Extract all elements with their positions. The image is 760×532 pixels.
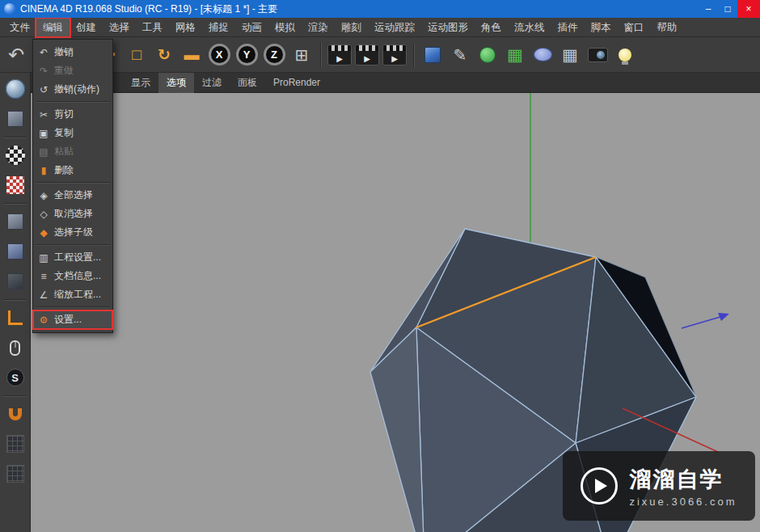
undo-icon[interactable]: ↶ xyxy=(3,40,29,70)
menu-item-delete[interactable]: ▮ 删除 xyxy=(33,161,112,179)
menubar-item[interactable]: 脚本 xyxy=(585,19,618,36)
grid-array-icon-2[interactable] xyxy=(3,462,27,486)
render-settings-icon: ▶ xyxy=(382,44,407,65)
model-cube-icon[interactable] xyxy=(3,107,27,131)
render-region-icon: ▶ xyxy=(355,44,379,65)
z-axis-lock-button[interactable]: Z xyxy=(261,40,287,70)
vp-menu-prorender[interactable]: ProRender xyxy=(265,73,328,93)
redo-icon: ↷ xyxy=(38,65,49,77)
add-cube-button[interactable] xyxy=(420,40,445,70)
menu-item-select-children[interactable]: ◆ 选择子级 xyxy=(33,223,112,242)
sidebar-separator xyxy=(4,203,27,204)
menu-item-settings[interactable]: ⚙ 设置... xyxy=(33,310,112,329)
coordinate-system-icon[interactable]: ⊞ xyxy=(289,40,315,70)
menubar-item[interactable]: 工具 xyxy=(136,19,169,36)
camera-icon xyxy=(588,48,608,62)
x-axis-lock-button[interactable]: X xyxy=(206,40,232,70)
polyhedron-face[interactable] xyxy=(370,327,424,532)
menu-item-copy[interactable]: ▣ 复制 xyxy=(33,124,112,142)
menubar-item[interactable]: 插件 xyxy=(551,19,585,36)
menubar-item[interactable]: 文件 xyxy=(3,19,36,36)
menu-separator xyxy=(36,306,110,308)
y-axis-lock-button[interactable]: Y xyxy=(234,40,260,70)
vp-menu-filter[interactable]: 过滤 xyxy=(194,73,230,93)
axis-arrowhead-blue xyxy=(718,313,729,321)
pen-tool-button[interactable]: ✎ xyxy=(447,40,473,70)
add-camera-button[interactable] xyxy=(585,40,610,70)
light-bulb-icon xyxy=(619,49,631,61)
window-controls: – □ × xyxy=(699,0,760,18)
vp-menu-panel[interactable]: 面板 xyxy=(230,73,265,93)
magnet-icon xyxy=(9,408,22,420)
app-icon xyxy=(4,3,15,15)
menubar-item[interactable]: 网格 xyxy=(169,19,202,36)
menu-item-undo-action[interactable]: ↺ 撤销(动作) xyxy=(33,80,112,99)
menu-item-project-settings[interactable]: ▥ 工程设置... xyxy=(33,248,112,267)
render-view-button[interactable]: ▶ xyxy=(327,40,353,70)
maximize-button[interactable]: □ xyxy=(718,0,737,18)
menubar-item[interactable]: 运动跟踪 xyxy=(368,19,421,36)
menu-item-undo[interactable]: ↶ 撤销 xyxy=(33,43,112,61)
menu-item-select-all[interactable]: ◈ 全部选择 xyxy=(33,186,112,205)
cube-dark-icon[interactable] xyxy=(3,269,27,293)
axis-tool-icon[interactable] xyxy=(3,306,27,330)
grid-array-icon[interactable] xyxy=(3,432,27,456)
menubar-item[interactable]: 选择 xyxy=(103,19,136,36)
sidebar-separator xyxy=(4,299,27,300)
paste-icon: ▤ xyxy=(38,146,49,158)
menu-item-deselect-all[interactable]: ◇ 取消选择 xyxy=(33,205,112,223)
copy-icon: ▣ xyxy=(38,128,49,139)
cube-blue-icon[interactable] xyxy=(3,239,27,264)
minimize-button[interactable]: – xyxy=(699,0,718,18)
brush-tool-icon[interactable]: ▬ xyxy=(179,40,205,70)
add-light-button[interactable] xyxy=(612,40,638,70)
rotate-tool-icon[interactable]: ↻ xyxy=(151,40,177,70)
close-button[interactable]: × xyxy=(737,0,760,18)
menu-separator xyxy=(36,101,110,103)
texture-globe-icon[interactable] xyxy=(3,77,27,101)
grid-icon xyxy=(6,435,24,453)
menubar-item[interactable]: 帮助 xyxy=(651,19,684,36)
render-settings-button[interactable]: ▶ xyxy=(382,40,407,70)
snap-badge-icon[interactable]: S xyxy=(3,365,27,390)
menubar-item[interactable]: 渲染 xyxy=(302,19,335,36)
magnet-snap-icon[interactable] xyxy=(3,402,27,426)
play-triangle-icon xyxy=(595,479,607,493)
delete-icon: ▮ xyxy=(38,165,49,176)
menu-item-paste: ▤ 粘贴 xyxy=(33,142,112,161)
document-info-icon: ≡ xyxy=(38,271,49,282)
uv-checker-plane-icon[interactable] xyxy=(3,173,27,197)
edit-menu-dropdown: ↶ 撤销 ↷ 重做 ↺ 撤销(动作) ✂ 剪切 ▣ 复制 ▤ 粘贴 ▮ 删除 ◈… xyxy=(32,39,113,333)
mouse-input-icon[interactable] xyxy=(3,336,27,360)
menubar-item[interactable]: 运动图形 xyxy=(421,19,475,36)
deformer-blob-icon xyxy=(534,48,552,61)
add-mograph-button[interactable]: ▦ xyxy=(502,40,528,70)
undo-icon: ↶ xyxy=(38,47,49,58)
cube-gray-icon[interactable] xyxy=(3,209,27,234)
menubar-item[interactable]: 流水线 xyxy=(508,19,551,36)
menubar-item[interactable]: 动画 xyxy=(235,19,268,36)
material-checker-sphere-icon[interactable] xyxy=(3,143,27,167)
cut-icon: ✂ xyxy=(38,109,49,120)
menu-item-document-info[interactable]: ≡ 文档信息... xyxy=(33,267,112,285)
menubar-item[interactable]: 雕刻 xyxy=(335,19,368,36)
menu-separator xyxy=(36,182,110,184)
grid-icon xyxy=(6,465,24,483)
menu-item-cut[interactable]: ✂ 剪切 xyxy=(33,105,112,124)
render-region-button[interactable]: ▶ xyxy=(354,40,380,70)
menubar-item[interactable]: 窗口 xyxy=(618,19,651,36)
menubar-item[interactable]: 模拟 xyxy=(268,19,302,36)
globe-icon xyxy=(6,79,25,99)
add-generator-button[interactable] xyxy=(475,40,500,70)
scale-tool-icon[interactable]: □ xyxy=(124,40,150,70)
add-scene-button[interactable]: ▦ xyxy=(557,40,583,70)
menubar-item[interactable]: 创建 xyxy=(70,19,103,36)
menubar-item[interactable]: 捕捉 xyxy=(202,19,235,36)
vp-menu-options[interactable]: 选项 xyxy=(158,73,194,93)
deselect-icon: ◇ xyxy=(38,209,49,220)
menubar-item[interactable]: 角色 xyxy=(475,19,508,36)
vp-menu-display[interactable]: 显示 xyxy=(123,73,158,93)
add-deformer-button[interactable] xyxy=(530,40,555,70)
menu-item-scale-project[interactable]: ∠ 缩放工程... xyxy=(33,285,112,304)
menubar-item[interactable]: 编辑 xyxy=(36,19,70,36)
